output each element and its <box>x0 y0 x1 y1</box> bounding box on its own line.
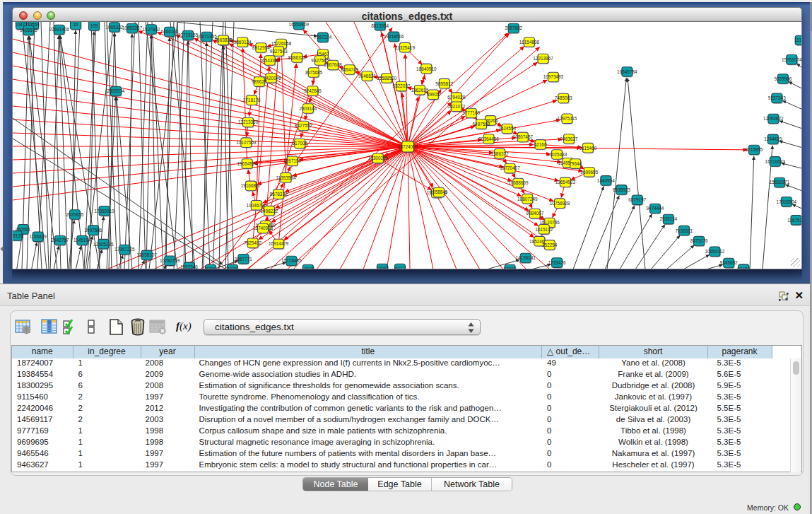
svg-text:1362615: 1362615 <box>411 88 428 93</box>
svg-text:2803144: 2803144 <box>299 106 317 111</box>
svg-text:17359919: 17359919 <box>94 209 114 214</box>
svg-text:9245652: 9245652 <box>720 260 738 265</box>
svg-text:9857771: 9857771 <box>235 257 252 262</box>
svg-text:6466160: 6466160 <box>161 29 179 34</box>
svg-text:2020655: 2020655 <box>66 212 83 217</box>
svg-text:15720407: 15720407 <box>500 165 520 170</box>
svg-text:9242845: 9242845 <box>304 88 322 93</box>
svg-text:17957225: 17957225 <box>114 247 135 252</box>
svg-text:13958107: 13958107 <box>136 252 157 257</box>
svg-text:8678332: 8678332 <box>270 192 288 197</box>
svg-text:1405572: 1405572 <box>20 28 37 33</box>
svg-text:5322037: 5322037 <box>392 83 410 88</box>
svg-text:252254: 252254 <box>542 243 558 247</box>
svg-text:917006: 917006 <box>293 141 308 146</box>
svg-text:9860124: 9860124 <box>234 40 252 45</box>
svg-text:11353594: 11353594 <box>276 175 296 180</box>
svg-text:16210643: 16210643 <box>765 159 786 164</box>
svg-text:9115460: 9115460 <box>579 146 597 151</box>
svg-text:1615132: 1615132 <box>535 227 553 232</box>
svg-text:8813054: 8813054 <box>371 23 389 28</box>
svg-text:16782759: 16782759 <box>160 258 180 263</box>
svg-text:16648784: 16648784 <box>617 69 637 74</box>
svg-text:16: 16 <box>73 22 78 27</box>
svg-text:7625402: 7625402 <box>244 240 261 245</box>
svg-text:12975115: 12975115 <box>557 116 577 121</box>
svg-text:19654923: 19654923 <box>555 180 576 185</box>
svg-text:15692971: 15692971 <box>770 180 790 185</box>
svg-text:8186328: 8186328 <box>288 55 306 60</box>
svg-text:6794028: 6794028 <box>447 95 465 100</box>
svg-text:10688609: 10688609 <box>508 180 529 185</box>
svg-text:1167534: 1167534 <box>787 218 802 223</box>
svg-text:9699695: 9699695 <box>580 170 598 175</box>
svg-text:8215955: 8215955 <box>746 147 763 152</box>
svg-text:9855812: 9855812 <box>435 81 453 86</box>
svg-text:1621072: 1621072 <box>447 104 465 109</box>
svg-text:9474444: 9474444 <box>647 206 664 211</box>
svg-text:6879197: 6879197 <box>628 197 646 202</box>
svg-text:15751074: 15751074 <box>782 57 802 62</box>
svg-text:9227343: 9227343 <box>768 95 786 100</box>
svg-text:10973493: 10973493 <box>543 74 564 79</box>
svg-text:10653267: 10653267 <box>122 25 143 30</box>
svg-text:8471676: 8471676 <box>690 238 708 243</box>
svg-text:18300295: 18300295 <box>368 156 389 160</box>
svg-text:8427552: 8427552 <box>295 123 312 128</box>
svg-text:18724007: 18724007 <box>398 144 418 149</box>
svg-text:19654924: 19654924 <box>237 161 257 166</box>
svg-text:18807249: 18807249 <box>517 197 538 201</box>
svg-text:12213967: 12213967 <box>533 56 553 61</box>
svg-text:10107553: 10107553 <box>236 140 257 145</box>
svg-text:1958845: 1958845 <box>430 189 448 194</box>
svg-text:16154808: 16154808 <box>519 40 540 45</box>
svg-text:2087682: 2087682 <box>505 25 522 30</box>
svg-text:1145194: 1145194 <box>73 238 91 243</box>
svg-text:10719155: 10719155 <box>178 33 199 37</box>
svg-text:10756928: 10756928 <box>550 201 570 206</box>
svg-text:9146821: 9146821 <box>358 74 376 78</box>
svg-text:109: 109 <box>90 23 98 28</box>
svg-text:1192346: 1192346 <box>180 264 198 269</box>
svg-text:10092: 10092 <box>376 266 389 269</box>
svg-text:12505135: 12505135 <box>93 242 114 247</box>
svg-text:8796: 8796 <box>206 267 216 269</box>
svg-text:9327503: 9327503 <box>270 49 288 54</box>
svg-text:2935114: 2935114 <box>660 216 678 221</box>
svg-text:16914479: 16914479 <box>269 241 289 246</box>
svg-text:2867608: 2867608 <box>324 62 342 67</box>
svg-text:17016504: 17016504 <box>777 199 797 204</box>
svg-text:18640910: 18640910 <box>416 66 437 71</box>
svg-text:7663822: 7663822 <box>215 37 233 42</box>
svg-text:6012: 6012 <box>395 266 406 269</box>
svg-text:3997586: 3997586 <box>85 228 102 233</box>
svg-text:16543382: 16543382 <box>259 58 280 63</box>
svg-text:9329966: 9329966 <box>774 76 792 81</box>
svg-text:7485063: 7485063 <box>555 95 572 100</box>
svg-text:11325419: 11325419 <box>395 45 415 50</box>
svg-text:89905: 89905 <box>427 92 440 97</box>
svg-text:10654112: 10654112 <box>705 249 724 254</box>
svg-text:3624554: 3624554 <box>498 126 516 131</box>
svg-text:2905334: 2905334 <box>107 88 125 93</box>
svg-text:12213369: 12213369 <box>238 119 259 124</box>
svg-text:9463627: 9463627 <box>560 136 578 141</box>
svg-text:20364436: 20364436 <box>478 136 499 141</box>
svg-text:10807487: 10807487 <box>513 134 534 139</box>
svg-text:3675685: 3675685 <box>305 70 322 75</box>
svg-text:10046736: 10046736 <box>247 203 267 208</box>
svg-text:79644: 79644 <box>569 161 582 166</box>
svg-text:12093822: 12093822 <box>763 116 784 121</box>
svg-text:15226058: 15226058 <box>271 41 292 46</box>
svg-text:7357224: 7357224 <box>314 35 331 40</box>
svg-text:12740993: 12740993 <box>253 226 273 230</box>
svg-text:15718485: 15718485 <box>281 258 302 263</box>
svg-text:8267150: 8267150 <box>283 158 301 163</box>
svg-text:2718176: 2718176 <box>243 98 261 103</box>
svg-text:989625: 989625 <box>252 79 267 84</box>
svg-text:1244419: 1244419 <box>764 136 782 141</box>
svg-text:92450: 92450 <box>737 267 750 269</box>
svg-text:1498222: 1498222 <box>261 209 278 214</box>
svg-text:6497568: 6497568 <box>473 122 490 127</box>
svg-text:19135: 19135 <box>13 233 23 238</box>
